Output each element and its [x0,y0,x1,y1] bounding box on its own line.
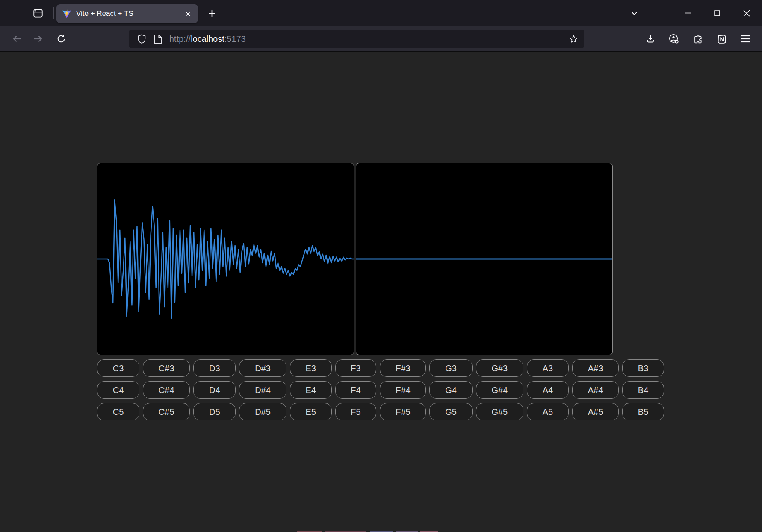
note-button-c3[interactable]: C3 [97,359,139,377]
downloads-icon [645,34,656,44]
url-text: http://localhost:5173 [169,34,567,44]
note-button-fs3[interactable]: F#3 [380,359,426,377]
note-button-b4[interactable]: B4 [622,381,664,399]
menu-button[interactable] [737,31,753,47]
note-button-a5[interactable]: A5 [527,403,569,420]
note-button-a4[interactable]: A4 [527,381,569,399]
note-button-gs5[interactable]: G#5 [476,403,523,420]
note-button-d5[interactable]: D5 [193,403,236,420]
new-tab-icon [208,10,216,17]
note-button-g4[interactable]: G4 [429,381,472,399]
scope-panels [97,163,664,355]
synth-app: C3 C#3 D3 D#3 E3 F3 F#3 G3 G#3 A3 A#3 B3… [97,163,664,420]
octave-3-row: C3 C#3 D3 D#3 E3 F3 F#3 G3 G#3 A3 A#3 B3 [97,359,664,377]
note-button-e5[interactable]: E5 [290,403,332,420]
new-tab-button[interactable] [204,6,219,21]
note-button-b5[interactable]: B5 [622,403,664,420]
navigation-toolbar: http://localhost:5173 [0,26,762,52]
close-icon [743,10,750,17]
account-button[interactable] [666,31,682,47]
note-button-d4[interactable]: D4 [193,381,236,399]
close-button[interactable] [736,0,757,26]
note-button-gs3[interactable]: G#3 [476,359,523,377]
note-button-fs5[interactable]: F#5 [380,403,426,420]
note-button-as4[interactable]: A#4 [572,381,619,399]
note-button-e3[interactable]: E3 [290,359,332,377]
extensions-puzzle-icon [693,34,703,44]
note-button-b3[interactable]: B3 [622,359,664,377]
bookmark-star-icon[interactable] [567,32,580,45]
page-content: C3 C#3 D3 D#3 E3 F3 F#3 G3 G#3 A3 A#3 B3… [0,52,762,532]
note-button-c4[interactable]: C4 [97,381,139,399]
firefox-view-icon [32,8,44,19]
tab-separator [53,7,54,19]
page-icon[interactable] [151,32,164,45]
tab-close-icon[interactable] [182,8,194,20]
list-all-tabs-button[interactable] [624,0,644,26]
url-bar[interactable]: http://localhost:5173 [129,30,584,48]
chevron-down-icon [631,11,638,15]
maximize-icon [714,10,720,16]
note-button-ds5[interactable]: D#5 [239,403,286,420]
reload-button[interactable] [53,31,69,47]
note-button-g5[interactable]: G5 [429,403,472,420]
waveform-canvas [97,163,354,355]
firefox-view-button[interactable] [31,7,45,20]
browser-tab[interactable]: Vite + React + TS [56,4,198,23]
note-button-cs4[interactable]: C#4 [143,381,190,399]
tab-title: Vite + React + TS [76,9,182,18]
note-button-f5[interactable]: F5 [335,403,377,420]
note-button-gs4[interactable]: G#4 [476,381,523,399]
shield-icon[interactable] [135,32,148,45]
note-button-d3[interactable]: D3 [193,359,236,377]
minimize-button[interactable] [677,0,698,26]
downloads-button[interactable] [642,31,659,47]
note-button-g3[interactable]: G3 [429,359,472,377]
note-button-as5[interactable]: A#5 [572,403,619,420]
tab-bar: Vite + React + TS [0,0,762,26]
note-button-ds3[interactable]: D#3 [239,359,286,377]
forward-icon [33,34,43,44]
note-button-fs4[interactable]: F#4 [380,381,426,399]
note-button-ds4[interactable]: D#4 [239,381,286,399]
note-button-cs3[interactable]: C#3 [143,359,190,377]
maximize-button[interactable] [707,0,727,26]
note-keyboard: C3 C#3 D3 D#3 E3 F3 F#3 G3 G#3 A3 A#3 B3… [97,359,664,420]
account-icon [668,33,679,44]
reload-icon [56,34,66,44]
minimize-icon [685,12,691,14]
note-button-cs5[interactable]: C#5 [143,403,190,420]
note-button-as3[interactable]: A#3 [572,359,619,377]
waveform-plot [97,163,354,355]
flatline-plot [356,163,612,355]
octave-5-row: C5 C#5 D5 D#5 E5 F5 F#5 G5 G#5 A5 A#5 B5 [97,403,664,420]
forward-button[interactable] [30,31,46,47]
note-button-f3[interactable]: F3 [335,359,377,377]
vite-favicon-icon [62,9,71,18]
notion-extension-icon [716,34,727,44]
hamburger-menu-icon [741,35,750,43]
back-icon [12,34,22,44]
octave-4-row: C4 C#4 D4 D#4 E4 F4 F#4 G4 G#4 A4 A#4 B4 [97,381,664,399]
note-button-e4[interactable]: E4 [290,381,332,399]
note-button-f4[interactable]: F4 [335,381,377,399]
note-button-a3[interactable]: A3 [527,359,569,377]
flatline-canvas [356,163,613,355]
back-button[interactable] [9,31,25,47]
notion-extension-button[interactable] [713,31,730,47]
note-button-c5[interactable]: C5 [97,403,139,420]
extensions-button[interactable] [690,31,706,47]
